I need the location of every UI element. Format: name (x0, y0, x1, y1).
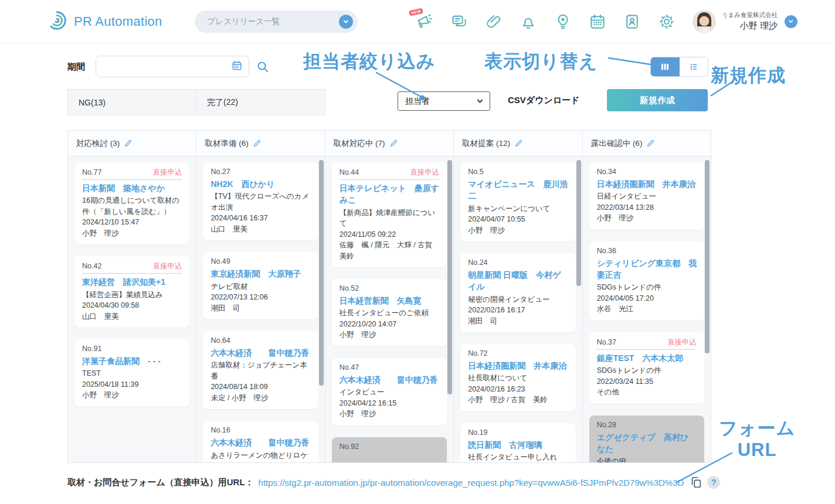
card-desc: 今後のIR (597, 456, 697, 462)
tab-done[interactable]: 完了(22) (196, 89, 325, 115)
grid-view-toggle[interactable] (651, 57, 680, 76)
megaphone-icon[interactable]: NEW (415, 12, 434, 31)
gear-icon[interactable] (657, 12, 676, 31)
edit-pencil-icon[interactable] (124, 139, 133, 148)
annotation-line-view-toggle (609, 58, 651, 64)
card-datetime: 2025/04/18 11:39 (82, 379, 182, 390)
kanban-card[interactable]: No.64六本木経済 畠中穂乃香店舗取材：ジョブチェーン本番2024/08/14… (203, 331, 318, 409)
card-title[interactable]: 日本経済圏新聞 井本康治 (597, 178, 697, 190)
user-menu[interactable]: うまみ食堂株式会社 小野 理沙 (693, 10, 797, 33)
edit-pencil-icon[interactable] (389, 139, 398, 148)
select-chevron-icon (476, 97, 484, 105)
edit-pencil-icon[interactable] (646, 139, 655, 148)
kanban-card[interactable]: No.34日本経済圏新聞 井本康治日経インタビュー2022/03/14 13:2… (589, 162, 704, 230)
card-number: No.64 (211, 336, 230, 345)
app-logo[interactable]: PR Automation (46, 9, 162, 34)
calendar-icon[interactable] (588, 12, 607, 31)
card-title[interactable]: 六本木経済 畠中穂乃香 (211, 437, 310, 448)
card-title[interactable]: 日本新聞 築地さやか (82, 182, 182, 194)
copy-icon[interactable] (690, 476, 702, 489)
kanban-card[interactable]: No.44直接申込日本テレビネット 桑原すみこ【新商品】焼津産鰹節について202… (332, 162, 447, 267)
card-title[interactable]: 読日新聞 古河瑠璃 (468, 439, 568, 451)
card-title[interactable]: 朝星新聞 日曜版 今村ゲイル (468, 269, 568, 293)
card-title[interactable]: NH2K 西ひかり (211, 178, 310, 190)
card-number: No.91 (82, 345, 101, 353)
form-url-label: 取材・お問合せフォーム（直接申込）用URL： (67, 477, 254, 488)
scrollbar-thumb[interactable] (447, 160, 452, 394)
kanban-card[interactable]: No.72日本経済圏新聞 井本康治社長取材について2024/02/16 16:2… (460, 344, 575, 411)
kanban-card[interactable]: No.28エグゼクティブ 高村ひなた今後のIR2022/02/16 16:39小… (589, 416, 704, 462)
card-title[interactable]: 日本経済圏新聞 井本康治 (468, 360, 568, 372)
card-title[interactable]: 銀座TEST 六本木太郎 (597, 352, 697, 364)
column-header: 対応検討 (3) (68, 131, 196, 156)
paperclip-icon[interactable] (484, 12, 503, 31)
edit-pencil-icon[interactable] (514, 139, 523, 148)
kanban-card[interactable]: No.37直接申込銀座TEST 六本木太郎SDGsトレンドの件2022/03/2… (589, 332, 704, 404)
card-number: No.5 (468, 168, 483, 176)
period-date-input[interactable] (96, 56, 249, 77)
status-tabs: NG(13) 完了(22) (67, 89, 325, 115)
create-new-button[interactable]: 新規作成 (607, 89, 708, 111)
direct-application-badge: 直接申込 (152, 261, 182, 271)
card-desc: 秘密の開発インタビュー (468, 294, 568, 305)
card-title[interactable]: 洋菓子食品新聞 - - - (82, 355, 182, 367)
press-release-dropdown[interactable]: プレスリリース一覧 (195, 11, 358, 33)
card-title[interactable]: 東京経済新聞 大原翔子 (211, 268, 310, 280)
kanban-card[interactable]: No.77直接申込日本新聞 築地さやか16期の見通しについて取材の件（「新しい風… (74, 162, 189, 244)
id-card-icon[interactable] (623, 12, 641, 31)
kanban-card[interactable]: No.42直接申込東洋経営 諸沢知美+1【経営企画】業績見込み2024/04/3… (74, 256, 189, 328)
assignee-select[interactable]: 担当者 (398, 91, 490, 111)
kanban-card[interactable]: No.16六本木経済 畠中穂乃香あさりラーメンの物どりロケ2024/04/25 … (203, 421, 318, 462)
kanban-card[interactable]: No.47六本木経済 畠中穂乃香インタビュー2024/04/12 16:15小野… (332, 358, 447, 425)
card-person: 潮田 司 (468, 316, 568, 327)
card-number-row: No.16 (211, 426, 310, 434)
kanban-card[interactable]: No.5マイオビニュース 鹿川浩二新キャンペーンについて2024/04/07 1… (460, 162, 575, 241)
scrollbar-thumb[interactable] (319, 160, 324, 386)
card-number: No.28 (597, 421, 616, 429)
card-title[interactable]: 東洋経営 諸沢知美+1 (82, 276, 182, 288)
kanban-card[interactable]: No.19読日新聞 古河瑠璃社長インタビュー申し入れ2024/04/26 14:… (460, 423, 575, 462)
column-body: No.27NH2K 西ひかり【TV】現代クローズへのカメオ出演2024/04/1… (196, 156, 324, 462)
kanban-card[interactable]: No.91洋菓子食品新聞 - - -TEST2025/04/18 11:39小野… (74, 339, 189, 407)
edit-pencil-icon[interactable] (253, 139, 262, 148)
card-title[interactable]: シティリビング東京都 我妻正吉 (597, 257, 697, 281)
card-person: 山口 里美 (82, 311, 182, 322)
kanban-card[interactable]: No.36シティリビング東京都 我妻正吉SDGsトレンドの件2024/04/05… (589, 241, 704, 321)
direct-application-badge: 直接申込 (152, 168, 182, 178)
card-title[interactable]: マイオビニュース 鹿川浩二 (468, 178, 568, 202)
card-datetime: 2024/11/05 09:22 (340, 229, 439, 240)
kanban-card[interactable]: No.27NH2K 西ひかり【TV】現代クローズへのカメオ出演2024/04/1… (203, 162, 318, 240)
column-title: 取材対応中 (7) (334, 138, 385, 149)
bell-icon[interactable] (519, 12, 538, 31)
card-title[interactable]: 日本テレビネット 桑原すみこ (340, 182, 439, 206)
kanban-card[interactable]: No.92【新商品】焼津産鰹節について2025/04/23 10:26小野 理沙… (332, 437, 447, 462)
lightbulb-icon[interactable] (554, 12, 572, 31)
card-person: 小野 理沙 (82, 228, 182, 239)
csv-download-button[interactable]: CSVダウンロード (508, 95, 580, 106)
scrollbar-thumb[interactable] (705, 160, 710, 353)
chat-icon[interactable] (450, 12, 469, 31)
kanban-card[interactable]: No.49東京経済新聞 大原翔子テレビ取材2022/07/13 12:06潮田 … (203, 252, 318, 319)
kanban-column: 露出確認中 (6)No.34日本経済圏新聞 井本康治日経インタビュー2022/0… (583, 131, 711, 462)
kanban-card[interactable]: No.24朝星新聞 日曜版 今村ゲイル秘密の開発インタビュー2022/02/16… (460, 253, 575, 332)
kanban-card[interactable]: No.52日本経営新聞 矢島寛社長インタビューのご依頼2022/10/20 14… (332, 279, 447, 346)
tab-ng[interactable]: NG(13) (67, 89, 196, 115)
card-desc: 日経インタビュー (597, 191, 697, 202)
card-number-row: No.34 (597, 168, 697, 176)
card-title[interactable] (340, 453, 439, 462)
card-title[interactable]: 日本経営新聞 矢島寛 (340, 295, 439, 307)
card-desc: 【新商品】焼津産鰹節について (340, 207, 439, 229)
scrollbar-thumb[interactable] (576, 160, 581, 286)
search-icon[interactable] (256, 60, 270, 74)
column-title: 対応検討 (3) (76, 138, 120, 149)
card-desc: テレビ取材 (211, 281, 310, 292)
card-title[interactable]: 六本木経済 畠中穂乃香 (211, 347, 310, 359)
card-person: その他 (597, 387, 697, 398)
card-datetime: 2024/04/16 16:37 (211, 213, 310, 224)
help-icon[interactable]: ? (707, 476, 720, 489)
card-title[interactable]: 六本木経済 畠中穂乃香 (340, 374, 439, 386)
form-url-link[interactable]: https://stg2.pr-automation.jp/pr-automat… (259, 478, 684, 488)
list-view-toggle[interactable] (680, 57, 708, 76)
calendar-small-icon[interactable] (231, 60, 243, 74)
card-title[interactable]: エグゼクティブ 高村ひなた (597, 431, 697, 455)
